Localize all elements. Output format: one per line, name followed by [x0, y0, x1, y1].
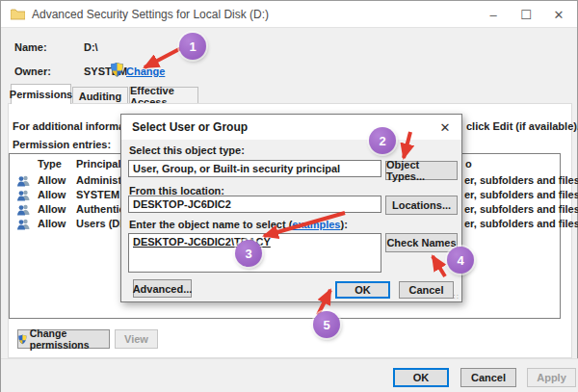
dialog-cancel-label: Cancel	[408, 284, 443, 296]
object-types-button[interactable]: Object Types...	[385, 161, 458, 180]
dialog-title: Select User or Group	[132, 120, 248, 134]
cancel-button[interactable]: Cancel	[460, 368, 516, 387]
apply-button[interactable]: Apply	[527, 368, 576, 387]
tab-permissions-label: Permissions	[10, 89, 72, 100]
uac-shield-icon	[18, 333, 27, 346]
object-types-label: Object Types...	[386, 159, 457, 182]
object-type-field[interactable]: User, Group, or Built-in security princi…	[128, 160, 381, 177]
column-header-type[interactable]: Type	[38, 158, 62, 170]
tab-permissions[interactable]: Permissions	[11, 84, 71, 104]
check-names-label: Check Names	[386, 237, 456, 248]
row-type[interactable]: Allow	[38, 218, 66, 229]
annotation-step-5: 5	[313, 311, 340, 338]
row-principal[interactable]: Authentic	[76, 203, 125, 215]
row-type[interactable]: Allow	[38, 189, 66, 200]
owner-label: Owner:	[14, 65, 51, 77]
users-group-icon	[16, 175, 31, 187]
info-text-left: For additional informatio	[13, 120, 138, 132]
tab-auditing[interactable]: Auditing	[72, 87, 128, 104]
dialog-ok-label: OK	[355, 284, 371, 296]
row-type[interactable]: Allow	[38, 203, 66, 215]
advanced-button[interactable]: Advanced...	[133, 279, 192, 298]
annotation-step-2: 2	[369, 127, 396, 154]
check-names-button[interactable]: Check Names	[385, 233, 458, 252]
close-icon[interactable]: ✕	[542, 1, 575, 28]
enter-object-name-label: Enter the object name to select (example…	[129, 219, 348, 230]
view-button[interactable]: View	[115, 329, 158, 349]
permission-entries-label: Permission entries:	[13, 139, 111, 150]
examples-link[interactable]: examples	[292, 219, 340, 230]
cancel-label: Cancel	[471, 372, 506, 383]
row-principal[interactable]: Administr	[76, 174, 125, 186]
from-location-value: DESKTOP-JC6DIC2	[133, 198, 231, 210]
minimize-icon[interactable]: –	[477, 1, 510, 28]
from-location-field[interactable]: DESKTOP-JC6DIC2	[128, 196, 381, 213]
row-type[interactable]: Allow	[38, 174, 66, 186]
annotation-step-1: 1	[179, 33, 206, 60]
maximize-icon[interactable]: ☐	[510, 1, 542, 28]
row-principal[interactable]: SYSTEM	[76, 189, 119, 200]
uac-shield-icon	[111, 63, 123, 77]
change-owner-link[interactable]: Change	[126, 65, 165, 77]
advanced-label: Advanced...	[133, 283, 193, 295]
tab-effective-access[interactable]: Effective Access	[129, 87, 198, 104]
row-applies[interactable]: er, subfolders and files	[464, 189, 578, 200]
name-value: D:\	[84, 41, 98, 53]
users-group-icon	[16, 219, 31, 230]
object-type-label: Select this object type:	[129, 144, 245, 156]
object-type-value: User, Group, or Built-in security princi…	[133, 163, 340, 174]
dialog-cancel-button[interactable]: Cancel	[399, 281, 454, 299]
annotation-step-4: 4	[447, 247, 474, 274]
locations-button[interactable]: Locations...	[385, 196, 458, 215]
row-applies[interactable]: er, subfolders and files	[464, 218, 578, 229]
apply-label: Apply	[537, 372, 566, 383]
users-group-icon	[16, 190, 31, 201]
title-bar: Advanced Security Settings for Local Dis…	[1, 1, 577, 28]
ok-button[interactable]: OK	[393, 368, 449, 387]
tab-auditing-label: Auditing	[79, 91, 122, 102]
locations-label: Locations...	[392, 199, 451, 211]
column-header-principal[interactable]: Principal	[76, 158, 120, 170]
folder-icon	[11, 9, 25, 20]
dialog-title-bar: Select User or Group ✕	[121, 115, 461, 140]
ok-label: OK	[413, 372, 430, 383]
column-header-applies-fragment[interactable]: o	[465, 158, 472, 170]
dialog-ok-button[interactable]: OK	[335, 281, 390, 299]
row-applies[interactable]: er, subfolders and files	[464, 174, 578, 186]
select-user-or-group-dialog: Select User or Group ✕ Select this objec…	[120, 114, 462, 302]
name-label: Name:	[14, 41, 47, 53]
annotation-step-3: 3	[235, 240, 262, 267]
change-permissions-button[interactable]: Change permissions	[17, 329, 110, 349]
view-label: View	[124, 333, 148, 345]
window-title: Advanced Security Settings for Local Dis…	[32, 8, 269, 21]
users-group-icon	[16, 204, 31, 216]
resize-grip[interactable]: .::	[450, 292, 460, 301]
info-text-right: click Edit (if available).	[466, 120, 578, 132]
change-permissions-label: Change permissions	[30, 327, 109, 351]
dialog-close-icon[interactable]: ✕	[434, 118, 456, 136]
row-applies[interactable]: er, subfolders and files	[464, 203, 578, 215]
